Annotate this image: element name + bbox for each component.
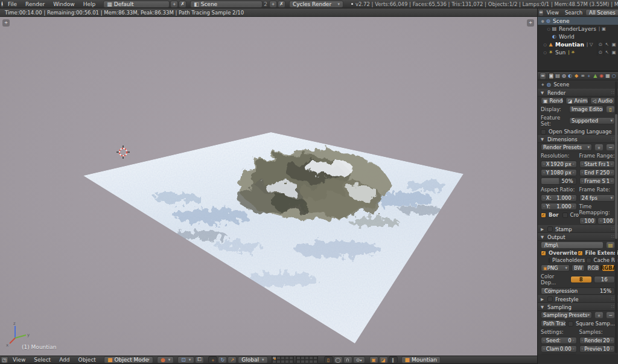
add-layout-button[interactable]: ＋ bbox=[170, 1, 178, 8]
placeholders-checkbox[interactable]: Placeholders bbox=[541, 257, 578, 263]
end-frame-field[interactable]: ‹End Fram:250› bbox=[579, 169, 616, 176]
tab-modifiers[interactable]: ＋ bbox=[586, 72, 591, 80]
outliner-row-world[interactable]: ◐ World bbox=[538, 33, 618, 40]
remove-preset-button[interactable]: − bbox=[606, 144, 615, 151]
active-object-name[interactable]: ■ Mountian bbox=[401, 356, 441, 363]
render-presets-dropdown[interactable]: Render Presets▾ bbox=[541, 144, 592, 151]
panel-header-stamp[interactable]: ▶ Stamp∷ bbox=[538, 225, 618, 233]
tab-render-layers[interactable]: ▤ bbox=[555, 72, 560, 80]
editor-type-properties-icon[interactable]: ≡ bbox=[540, 72, 546, 80]
npanel-expand-button[interactable]: ＋ bbox=[527, 19, 534, 27]
layer-cell[interactable] bbox=[305, 360, 309, 363]
seed-field[interactable]: ‹Seed:0› bbox=[541, 337, 577, 344]
properties-scrollbar[interactable] bbox=[615, 81, 617, 353]
resolution-y-field[interactable]: ‹Y:1080 px› bbox=[541, 169, 577, 176]
feature-set-dropdown[interactable]: Supported▾ bbox=[569, 117, 615, 124]
outliner-menu-view[interactable]: View bbox=[544, 10, 562, 16]
toolshelf-expand-button[interactable]: ＋ bbox=[2, 19, 10, 27]
rotate-manipulator-button[interactable]: ↻ bbox=[218, 356, 227, 363]
cache-result-checkbox[interactable]: Cache Result bbox=[578, 257, 618, 263]
translate-manipulator-button[interactable]: ＋ bbox=[208, 356, 217, 363]
outliner-menu-search[interactable]: Search bbox=[562, 10, 585, 16]
border-checkbox[interactable]: Bor bbox=[541, 212, 559, 218]
rgb-toggle[interactable]: RGB bbox=[587, 264, 600, 272]
add-sampling-preset-button[interactable]: ＋ bbox=[594, 311, 604, 319]
layer-cell[interactable] bbox=[289, 360, 293, 363]
square-samples-checkbox[interactable]: Square Samp... bbox=[568, 321, 615, 327]
resolution-scale-slider[interactable]: 50% bbox=[541, 177, 577, 185]
tab-material[interactable]: ◉ bbox=[599, 72, 604, 80]
layer-cell[interactable] bbox=[281, 360, 285, 363]
scale-manipulator-button[interactable]: ↗ bbox=[228, 356, 237, 363]
fps-dropdown[interactable]: 24 fps▾ bbox=[579, 194, 616, 202]
selectability-cursor-icon[interactable]: ↖ bbox=[604, 40, 610, 48]
resolution-x-field[interactable]: ‹X:1920 px› bbox=[541, 161, 577, 168]
remove-sampling-preset-button[interactable]: − bbox=[606, 311, 615, 319]
transform-orientation-selector[interactable]: Global▾ bbox=[238, 356, 267, 363]
snap-magnet-button[interactable]: ∪ bbox=[343, 356, 352, 363]
display-dropdown[interactable]: Image Editor▾ bbox=[569, 106, 604, 113]
pin-icon[interactable]: ⌖ bbox=[541, 81, 544, 88]
depth-16-toggle[interactable]: 16 bbox=[594, 276, 616, 283]
add-scene-button[interactable]: ＋ bbox=[269, 1, 277, 8]
audio-button[interactable]: ◁Audio bbox=[590, 97, 615, 104]
selectability-cursor-icon[interactable]: ↖ bbox=[604, 48, 610, 56]
stamp-checkbox[interactable] bbox=[547, 226, 553, 232]
sampling-presets-dropdown[interactable]: Sampling Presets▾ bbox=[541, 311, 592, 319]
render-button[interactable]: ▣Render bbox=[541, 97, 564, 104]
remap-new-field[interactable]: ‹100› bbox=[597, 217, 615, 225]
panel-header-output[interactable]: ▼Output∷ bbox=[538, 233, 618, 241]
integrator-dropdown[interactable]: Path Tracing▾ bbox=[541, 320, 566, 327]
compression-slider[interactable]: Compression15% bbox=[541, 287, 615, 295]
expander-icon[interactable]: ○ bbox=[543, 50, 547, 54]
clamp-direct-field[interactable]: ‹Clamp D:0.00› bbox=[541, 345, 577, 353]
file-format-dropdown[interactable]: ▣PNG▾ bbox=[541, 264, 570, 272]
tab-world[interactable]: ◐ bbox=[567, 72, 573, 80]
layer-cell[interactable] bbox=[272, 360, 276, 363]
outliner-row-scene[interactable]: ● ◍ Scene bbox=[538, 17, 618, 25]
rgba-toggle[interactable]: RGBA bbox=[602, 264, 615, 272]
outliner-row-sun[interactable]: ○ ☀ Sun | ☀ ⊙ ↖ ▣ bbox=[538, 48, 618, 56]
outliner-row-renderlayers[interactable]: ○ ▤ RenderLayers | ▣ bbox=[538, 25, 618, 33]
panel-header-sampling[interactable]: ▼Sampling∷ bbox=[538, 303, 618, 311]
expander-icon[interactable]: ○ bbox=[543, 42, 547, 46]
aspect-x-field[interactable]: ‹X:1.000› bbox=[541, 194, 577, 202]
panel-header-dimensions[interactable]: ▼Dimensions∷ bbox=[538, 135, 618, 143]
tab-texture[interactable]: ▦ bbox=[605, 72, 610, 80]
layer-cell[interactable] bbox=[313, 360, 317, 363]
expander-icon[interactable]: ● bbox=[540, 19, 545, 23]
expander-icon[interactable]: ○ bbox=[546, 27, 551, 31]
visibility-eye-icon[interactable]: ⊙ bbox=[597, 48, 604, 56]
layer-cell[interactable] bbox=[296, 360, 301, 363]
tab-object-data[interactable]: ▲ bbox=[593, 72, 598, 80]
depth-8-toggle[interactable]: 8 bbox=[570, 276, 592, 283]
pivot-point-selector[interactable]: ⊡ ▾ bbox=[177, 356, 194, 363]
render-samples-field[interactable]: ‹Render:20› bbox=[579, 337, 616, 344]
start-frame-field[interactable]: ‹Start Frame:1› bbox=[579, 161, 616, 168]
layer-cell[interactable] bbox=[276, 360, 281, 363]
animation-button[interactable]: ◪Animation bbox=[565, 97, 588, 104]
3d-viewport[interactable]: ＋ ＋ z y x (1) Mountian bbox=[0, 17, 537, 356]
output-path-field[interactable]: /tmp\ bbox=[541, 241, 604, 249]
manipulate-centers-button[interactable]: ⧠ bbox=[195, 356, 204, 363]
delete-layout-button[interactable]: ✗ bbox=[179, 1, 186, 8]
menu-view[interactable]: View bbox=[8, 357, 30, 363]
tab-render[interactable]: ▣ bbox=[549, 72, 555, 80]
menu-object[interactable]: Object bbox=[74, 357, 100, 363]
bw-toggle[interactable]: BW bbox=[572, 264, 585, 272]
overwrite-checkbox[interactable]: Overwrite bbox=[541, 250, 578, 256]
tab-scene[interactable]: ◍ bbox=[561, 72, 567, 80]
viewport-shading-selector[interactable]: ● ▾ bbox=[157, 356, 174, 363]
layer-cell[interactable] bbox=[309, 360, 313, 363]
snap-element-selector[interactable]: ⊙▾ bbox=[353, 356, 365, 363]
menu-add[interactable]: Add bbox=[55, 357, 74, 363]
tab-physics[interactable]: ○ bbox=[611, 72, 617, 80]
aspect-y-field[interactable]: ‹Y:1.000› bbox=[541, 203, 577, 210]
lock-interface-button[interactable]: ▯ bbox=[606, 106, 615, 113]
panel-header-freestyle[interactable]: ▶ Freestyle∷ bbox=[538, 295, 618, 303]
proportional-edit-button[interactable]: ◯ bbox=[334, 356, 343, 363]
visibility-eye-icon[interactable]: ⊙ bbox=[597, 40, 604, 48]
frame-step-field[interactable]: ‹Frame Step:1› bbox=[579, 177, 616, 185]
osl-checkbox[interactable]: Open Shading Language bbox=[541, 129, 612, 135]
remap-old-field[interactable]: ‹100› bbox=[579, 217, 597, 225]
